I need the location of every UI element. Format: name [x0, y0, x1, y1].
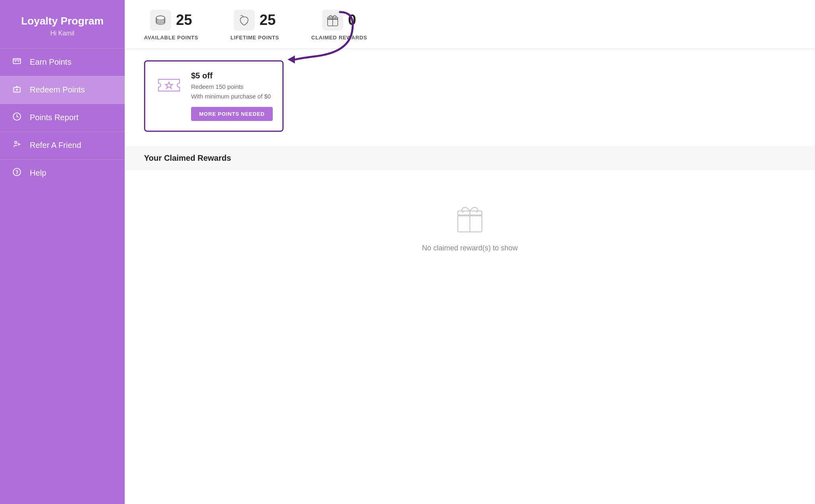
sidebar-nav: Earn Points Redeem Points [0, 48, 125, 187]
svg-point-11 [156, 16, 165, 20]
claimed-rewards-value: 0 [348, 12, 356, 29]
stats-bar: 25 AVAILABLE POINTS 25 LIFETIME POINTS [125, 0, 815, 49]
sidebar-header: Loyalty Program Hi Kamil [0, 0, 125, 48]
sidebar: Loyalty Program Hi Kamil Earn Points [0, 0, 125, 504]
sidebar-title: Loyalty Program [10, 14, 115, 28]
empty-text: No claimed reward(s) to show [422, 244, 518, 252]
claimed-rewards-top: 0 [322, 10, 356, 31]
lifetime-points-stat: 25 LIFETIME POINTS [231, 10, 279, 41]
claimed-rewards-stat: 0 CLAIMED REWARDS [311, 10, 367, 41]
ticket-icon [155, 71, 183, 99]
redeem-points-label: Redeem Points [30, 85, 85, 94]
lifetime-points-top: 25 [234, 10, 276, 31]
sidebar-item-redeem-points[interactable]: Redeem Points [0, 76, 125, 104]
svg-point-10 [17, 174, 17, 174]
svg-marker-16 [165, 82, 172, 88]
reward-desc-line2: With minimum purchase of $0 [191, 93, 271, 100]
main-body: $5 off Redeem 150 points With minimum pu… [125, 49, 815, 504]
claimed-rewards-section: Your Claimed Rewards [125, 146, 815, 170]
svg-point-9 [13, 168, 21, 176]
sidebar-item-earn-points[interactable]: Earn Points [0, 48, 125, 76]
help-label: Help [30, 168, 46, 178]
refer-friend-label: Refer A Friend [30, 141, 81, 150]
sidebar-item-points-report[interactable]: Points Report [0, 104, 125, 131]
empty-gift-icon [454, 202, 486, 236]
available-points-stat: 25 AVAILABLE POINTS [144, 10, 198, 41]
available-points-value: 25 [176, 12, 192, 29]
reward-desc: Redeem 150 points With minimum purchase … [191, 82, 273, 101]
reward-info: $5 off Redeem 150 points With minimum pu… [191, 71, 273, 121]
main-content: 25 AVAILABLE POINTS 25 LIFETIME POINTS [125, 0, 815, 504]
reward-title: $5 off [191, 71, 273, 80]
earn-points-label: Earn Points [30, 57, 71, 67]
empty-state: No claimed reward(s) to show [144, 186, 796, 268]
points-report-label: Points Report [30, 113, 78, 122]
more-points-button[interactable]: MORE POINTS NEEDED [191, 107, 273, 121]
help-icon [11, 168, 23, 179]
lifetime-points-label: LIFETIME POINTS [231, 35, 279, 41]
refer-friend-icon [11, 140, 23, 151]
claimed-rewards-title: Your Claimed Rewards [144, 154, 796, 163]
sidebar-item-help[interactable]: Help [0, 159, 125, 187]
claimed-rewards-icon [322, 10, 343, 31]
available-points-label: AVAILABLE POINTS [144, 35, 198, 41]
claimed-rewards-label: CLAIMED REWARDS [311, 35, 367, 41]
earn-points-icon [11, 57, 23, 68]
reward-desc-line1: Redeem 150 points [191, 83, 243, 90]
available-points-top: 25 [150, 10, 192, 31]
redeem-points-icon [11, 84, 23, 96]
lifetime-points-value: 25 [259, 12, 276, 29]
lifetime-points-icon [234, 10, 255, 31]
sidebar-item-refer-friend[interactable]: Refer A Friend [0, 131, 125, 159]
reward-card: $5 off Redeem 150 points With minimum pu… [144, 60, 284, 132]
available-points-icon [150, 10, 171, 31]
sidebar-subtitle: Hi Kamil [10, 30, 115, 37]
svg-marker-15 [288, 55, 295, 64]
svg-rect-0 [13, 58, 21, 64]
svg-point-8 [15, 141, 17, 143]
points-report-icon [11, 112, 23, 123]
